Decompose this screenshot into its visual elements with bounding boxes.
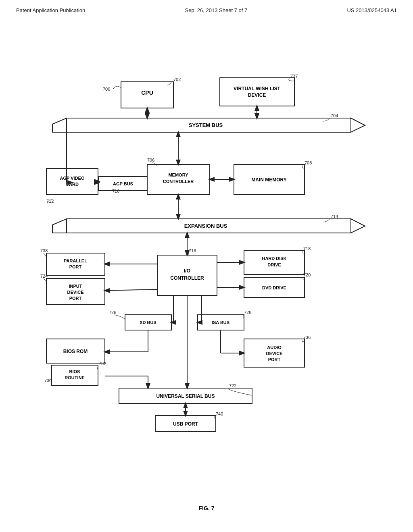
page-header: Patent Application Publication Sep. 26, … xyxy=(0,0,413,17)
svg-text:710: 710 xyxy=(112,189,119,193)
svg-text:DRIVE: DRIVE xyxy=(267,262,281,267)
svg-rect-53 xyxy=(155,416,216,432)
header-center: Sep. 26, 2013 Sheet 7 of 7 xyxy=(185,7,248,13)
svg-rect-23 xyxy=(157,255,217,295)
svg-text:ROUTINE: ROUTINE xyxy=(65,375,85,380)
svg-text:728: 728 xyxy=(244,310,251,315)
svg-text:PORT: PORT xyxy=(69,264,82,269)
svg-rect-38 xyxy=(125,315,171,330)
svg-text:EXPANSION BUS: EXPANSION BUS xyxy=(184,223,227,229)
svg-rect-9 xyxy=(46,168,98,195)
svg-text:DVD DRIVE: DVD DRIVE xyxy=(262,285,286,290)
svg-rect-36 xyxy=(244,277,305,297)
svg-text:PARALLEL: PARALLEL xyxy=(64,258,87,263)
page: Patent Application Publication Sep. 26, … xyxy=(0,0,413,532)
svg-rect-29 xyxy=(244,250,305,274)
header-left: Patent Application Publication xyxy=(16,7,85,13)
svg-text:706: 706 xyxy=(147,158,154,162)
svg-text:BIOS ROM: BIOS ROM xyxy=(63,349,88,354)
svg-text:738: 738 xyxy=(40,248,48,253)
svg-text:PORT: PORT xyxy=(268,357,281,362)
svg-text:DEVICE: DEVICE xyxy=(67,290,84,295)
svg-text:CONTROLLER: CONTROLLER xyxy=(163,179,194,184)
svg-text:CPU: CPU xyxy=(141,89,153,96)
svg-text:726: 726 xyxy=(109,310,116,315)
svg-text:INPUT: INPUT xyxy=(69,284,82,289)
svg-text:DEVICE: DEVICE xyxy=(266,351,283,356)
svg-text:712: 712 xyxy=(46,199,54,204)
svg-text:732: 732 xyxy=(99,361,106,366)
svg-text:USB PORT: USB PORT xyxy=(173,421,198,427)
svg-rect-17 xyxy=(234,164,305,195)
svg-rect-26 xyxy=(46,253,105,275)
svg-text:700: 700 xyxy=(103,87,110,91)
svg-text:704: 704 xyxy=(331,113,338,118)
svg-text:722: 722 xyxy=(229,383,236,388)
svg-text:AGP VIDEO: AGP VIDEO xyxy=(60,176,85,181)
svg-text:I/O: I/O xyxy=(184,268,190,274)
diagram: CPU VIRTUAL WISH LIST DEVICE SYSTEM BUS … xyxy=(0,25,413,501)
svg-text:MAIN MEMORY: MAIN MEMORY xyxy=(251,177,287,183)
svg-line-67 xyxy=(105,289,157,291)
svg-marker-5 xyxy=(52,118,67,132)
svg-text:DEVICE: DEVICE xyxy=(248,92,266,98)
svg-text:CARD: CARD xyxy=(66,182,79,187)
svg-text:CONTROLLER: CONTROLLER xyxy=(170,275,204,281)
svg-text:714: 714 xyxy=(331,214,338,219)
svg-rect-40 xyxy=(198,315,244,330)
svg-text:737: 737 xyxy=(290,74,298,79)
svg-text:730: 730 xyxy=(44,378,52,383)
svg-rect-47 xyxy=(244,339,305,367)
svg-rect-7 xyxy=(67,118,351,132)
svg-marker-19 xyxy=(52,219,67,233)
svg-text:716: 716 xyxy=(189,248,196,253)
svg-text:VIRTUAL WISH LIST: VIRTUAL WISH LIST xyxy=(234,86,280,91)
svg-rect-42 xyxy=(46,339,105,363)
svg-text:PORT: PORT xyxy=(69,296,82,301)
header-right: US 2013/0254043 A1 xyxy=(347,7,397,13)
svg-rect-2 xyxy=(220,78,294,106)
svg-marker-6 xyxy=(351,118,365,132)
svg-text:740: 740 xyxy=(216,411,223,416)
svg-rect-51 xyxy=(119,388,252,403)
svg-text:718: 718 xyxy=(303,246,311,251)
svg-text:HARD DISK: HARD DISK xyxy=(262,256,286,261)
svg-marker-20 xyxy=(351,219,365,233)
svg-rect-12 xyxy=(99,177,147,191)
svg-text:702: 702 xyxy=(173,77,181,82)
svg-rect-44 xyxy=(52,365,98,385)
svg-text:708: 708 xyxy=(305,160,312,165)
svg-text:736: 736 xyxy=(303,335,311,340)
svg-rect-0 xyxy=(121,82,173,108)
svg-text:UNIVERSAL SERIAL  BUS: UNIVERSAL SERIAL BUS xyxy=(156,393,215,399)
svg-text:AGP BUS: AGP BUS xyxy=(113,181,133,186)
svg-text:SYSTEM BUS: SYSTEM BUS xyxy=(189,122,223,128)
svg-rect-32 xyxy=(46,278,105,305)
svg-rect-21 xyxy=(67,219,351,233)
svg-text:720: 720 xyxy=(303,272,311,277)
figure-caption: FIG. 7 xyxy=(0,505,413,511)
svg-rect-14 xyxy=(147,164,210,195)
svg-text:724: 724 xyxy=(40,274,48,278)
svg-text:XD BUS: XD BUS xyxy=(140,320,156,325)
svg-text:BIOS: BIOS xyxy=(69,369,80,374)
svg-text:AUDIO: AUDIO xyxy=(267,345,282,350)
svg-text:MEMORY: MEMORY xyxy=(168,172,188,177)
svg-text:ISA BUS: ISA BUS xyxy=(212,320,229,325)
